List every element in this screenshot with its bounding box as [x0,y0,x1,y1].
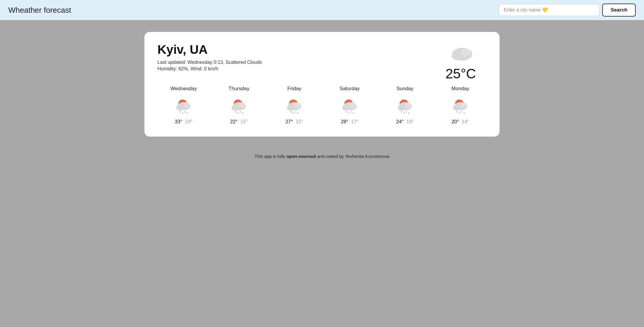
svg-point-41 [456,111,458,112]
temp-high: 28° [341,119,348,124]
svg-point-36 [406,111,407,112]
svg-point-23 [297,112,299,114]
day-name: Friday [287,86,301,92]
svg-point-14 [237,112,239,114]
temp-high: 20° [451,119,459,124]
day-temps: 28° 17° [341,119,358,125]
svg-point-8 [184,111,186,112]
svg-point-30 [353,112,354,114]
weather-card: Kyiv, UA Last updated: Wednesday 0:13, S… [144,32,500,137]
current-temp: 25°C [445,66,476,82]
humidity-wind: Humidity: 62%, Wind: 0 km/h [157,66,487,72]
svg-point-32 [397,105,405,111]
temp-low: 18° [406,119,414,124]
last-updated: Last updated: Wednesday 0:13, Scattered … [157,60,487,65]
footer: This app is fully open-sourced and coded… [0,148,644,164]
svg-point-5 [183,103,190,108]
svg-point-29 [350,111,352,112]
svg-point-18 [287,105,295,111]
main-content: Kyiv, UA Last updated: Wednesday 0:13, S… [0,20,644,148]
current-weather: 25°C [445,43,476,82]
day-name: Wednesday [170,86,197,92]
footer-text-bold: open-sourced [286,154,316,159]
day-name: Monday [451,86,469,92]
forecast-day: Saturday 28° 17° [323,86,376,125]
app-title: Wheather forecast [8,6,71,15]
day-name: Thursday [228,86,249,92]
footer-text-1: This app is fully [255,154,286,159]
temp-low: 15° [240,119,248,124]
search-input[interactable] [499,4,599,16]
svg-point-34 [401,111,402,112]
forecast-row: Wednesday 33° 19° Thursday [157,86,487,125]
day-temps: 22° 15° [230,119,248,125]
svg-point-15 [240,111,241,112]
svg-point-39 [453,105,461,111]
svg-point-2 [461,49,470,56]
svg-point-9 [187,112,188,114]
current-cloud-icon [447,43,474,63]
svg-point-44 [463,112,465,114]
weather-icon [228,96,250,115]
footer-text-2: and coded by Yevheniia Kuznietsova [316,154,389,159]
temp-low: 17° [351,119,359,124]
search-button[interactable]: Search [602,4,636,17]
forecast-day: Wednesday 33° 19° [157,86,210,125]
weather-icon [395,96,416,115]
svg-point-35 [403,112,405,114]
svg-point-37 [408,112,409,114]
weather-icon [284,96,305,115]
day-name: Saturday [339,86,360,92]
forecast-day: Friday 27° 15° [268,86,321,125]
weather-icon [339,96,360,115]
svg-point-26 [350,103,356,108]
search-area: Search [499,4,636,17]
svg-point-20 [290,111,292,112]
temp-high: 24° [396,119,404,124]
forecast-day: Thursday 22° 15° [213,86,265,125]
temp-high: 22° [230,119,238,124]
temp-low: 15° [296,119,303,124]
svg-point-40 [460,103,467,108]
temp-high: 27° [285,119,293,124]
svg-point-13 [235,111,236,112]
svg-point-19 [294,103,301,108]
day-name: Sunday [397,86,414,92]
day-temps: 24° 18° [396,119,414,125]
svg-point-43 [461,111,462,112]
svg-point-25 [342,105,350,111]
day-temps: 33° 19° [175,119,192,125]
city-name: Kyiv, UA [157,43,487,57]
temp-low: 19° [185,119,193,124]
svg-point-16 [242,112,243,114]
temp-high: 33° [175,119,182,124]
forecast-day: Monday 20° 14° [434,86,487,125]
svg-point-12 [239,103,245,108]
svg-point-7 [182,112,183,114]
app-header: Wheather forecast Search [0,0,644,20]
weather-icon [450,96,471,115]
day-temps: 20° 14° [451,119,469,125]
svg-point-33 [405,103,411,108]
forecast-day: Sunday 24° 18° [379,86,431,125]
svg-point-42 [459,112,460,114]
svg-point-28 [348,112,349,114]
svg-point-4 [176,105,184,111]
weather-icon [173,96,194,115]
svg-point-11 [231,105,239,111]
svg-point-22 [295,111,296,112]
day-temps: 27° 15° [285,119,303,125]
temp-low: 14° [462,119,469,124]
svg-point-21 [293,112,294,114]
svg-point-6 [180,111,181,112]
svg-point-27 [346,111,347,112]
